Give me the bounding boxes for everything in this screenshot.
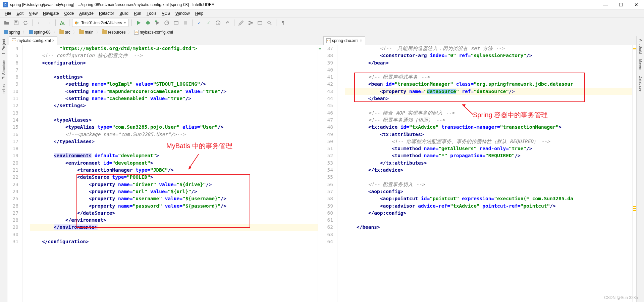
breadcrumb-spring[interactable]: spring xyxy=(3,29,21,36)
app-icon: IJ xyxy=(3,2,8,7)
chevron-right-icon: 〉 xyxy=(53,30,57,35)
error-stripe[interactable] xyxy=(632,45,636,302)
svg-rect-2 xyxy=(15,21,17,23)
folder-icon xyxy=(79,30,84,34)
open-icon[interactable] xyxy=(3,19,11,27)
editor-splitter: mybatis-config.xml × 4567891011121314151… xyxy=(7,36,637,302)
menu-edit[interactable]: Edit xyxy=(14,10,26,17)
menu-window[interactable]: Window xyxy=(173,10,193,17)
vcs-revert-icon[interactable]: ↶ xyxy=(223,19,231,27)
line-gutter[interactable]: 3738394041424344454647484950515253545556… xyxy=(322,45,337,302)
toolwindow-antbuild[interactable]: Ant Build xyxy=(638,36,643,56)
menubar: FileEditViewNavigateCodeAnalyzeRefactorB… xyxy=(0,9,644,17)
code-area-left[interactable]: 4567891011121314151617181920212223242526… xyxy=(7,45,322,302)
menu-build[interactable]: Build xyxy=(117,10,131,17)
toolwindow-orites[interactable]: orites xyxy=(1,82,6,96)
attach-icon[interactable] xyxy=(172,19,180,27)
structure-icon[interactable] xyxy=(247,19,255,27)
debug-icon[interactable] xyxy=(144,19,152,27)
menu-run[interactable]: Run xyxy=(131,10,144,17)
run-config-label: Test01.testGetAllUsers xyxy=(81,20,122,25)
vcs-update-icon[interactable]: ↙ xyxy=(195,19,203,27)
main-toolbar: ← → Test01.testGetAllUsers ▼ ↙ ✓ ↶ ¶ xyxy=(0,17,644,28)
window-title: spring [F:\studying\javastudy\spring] - … xyxy=(10,2,641,7)
tab-label: spring-dao.xml xyxy=(332,38,359,43)
toolwindow-database[interactable]: Database xyxy=(638,73,643,94)
run-config-selector[interactable]: Test01.testGetAllUsers ▼ xyxy=(72,19,129,27)
editor-left: mybatis-config.xml × 4567891011121314151… xyxy=(7,36,322,302)
chevron-right-icon: 〉 xyxy=(96,30,100,35)
menu-refactor[interactable]: Refactor xyxy=(96,10,117,17)
menu-tools[interactable]: Tools xyxy=(144,10,159,17)
forward-icon[interactable]: → xyxy=(45,19,53,27)
toolwindow-project[interactable]: 1: Project xyxy=(1,36,6,57)
svg-text:IJ: IJ xyxy=(4,3,6,7)
code-content[interactable]: "https://mybatis.org/dtd/mybatis-3-confi… xyxy=(28,45,318,302)
xml-icon xyxy=(12,38,16,43)
toolwindow-structure[interactable]: 7: Structure xyxy=(1,57,6,82)
sync-icon[interactable] xyxy=(21,19,30,27)
module-icon xyxy=(29,30,33,34)
paragraph-icon[interactable]: ¶ xyxy=(279,19,287,27)
menu-code[interactable]: Code xyxy=(61,10,76,17)
svg-rect-7 xyxy=(184,21,187,25)
minimize-button[interactable]: — xyxy=(598,0,613,9)
run-config-icon xyxy=(74,20,80,26)
editor-tabs-right: spring-dao.xml × xyxy=(322,36,636,45)
maximize-button[interactable]: ☐ xyxy=(613,0,629,9)
settings-icon[interactable] xyxy=(237,19,245,27)
code-content[interactable]: <!-- 只能用构造器注入，因为类没有 set 方法 --> <construc… xyxy=(343,45,632,302)
vcs-commit-icon[interactable]: ✓ xyxy=(205,19,213,27)
xml-icon xyxy=(134,30,139,35)
menu-view[interactable]: View xyxy=(26,10,40,17)
breadcrumb-mybatis-config.xml[interactable]: mybatis-config.xml xyxy=(133,29,174,36)
tab-mybatis-config[interactable]: mybatis-config.xml × xyxy=(9,36,57,45)
folder-icon xyxy=(59,30,64,34)
watermark: CSDN @Sun 3285 xyxy=(604,295,638,300)
titlebar: IJ spring [F:\studying\javastudy\spring]… xyxy=(0,0,644,9)
gutter-marks xyxy=(337,45,343,302)
build-icon[interactable] xyxy=(58,19,66,27)
close-icon[interactable]: × xyxy=(52,38,54,43)
svg-point-14 xyxy=(268,21,270,24)
vcs-history-icon[interactable] xyxy=(214,19,222,27)
error-stripe[interactable] xyxy=(318,45,322,302)
coverage-icon[interactable] xyxy=(153,19,161,27)
breadcrumb-src[interactable]: src xyxy=(58,29,72,36)
module-icon xyxy=(4,30,8,34)
close-icon[interactable]: × xyxy=(360,38,362,43)
tab-label: mybatis-config.xml xyxy=(17,38,51,43)
xml-icon xyxy=(326,38,331,43)
back-icon[interactable]: ← xyxy=(35,19,43,27)
sdk-icon[interactable] xyxy=(256,19,264,27)
code-area-right[interactable]: 3738394041424344454647484950515253545556… xyxy=(322,45,636,302)
gutter-marks xyxy=(23,45,28,302)
tab-spring-dao[interactable]: spring-dao.xml × xyxy=(323,36,365,45)
menu-analyze[interactable]: Analyze xyxy=(76,10,96,17)
run-icon[interactable] xyxy=(135,19,143,27)
breadcrumb-resources[interactable]: resources xyxy=(101,29,127,36)
toolwindow-maven[interactable]: Maven xyxy=(638,56,643,73)
right-toolwindow-strip: Ant BuildMavenDatabase xyxy=(637,36,644,302)
menu-file[interactable]: File xyxy=(2,10,14,17)
save-icon[interactable] xyxy=(12,19,20,27)
dropdown-icon: ▼ xyxy=(123,21,126,25)
svg-rect-4 xyxy=(155,20,157,22)
search-icon[interactable] xyxy=(265,19,273,27)
svg-point-3 xyxy=(146,21,150,25)
stop-icon[interactable] xyxy=(181,19,190,27)
menu-help[interactable]: Help xyxy=(193,10,206,17)
breadcrumb-spring-08[interactable]: spring-08 xyxy=(28,29,52,36)
chevron-right-icon: 〉 xyxy=(128,30,131,35)
menu-vcs[interactable]: VCS xyxy=(159,10,173,17)
menu-navigate[interactable]: Navigate xyxy=(40,10,61,17)
svg-rect-12 xyxy=(258,21,262,24)
navigation-bar: spring〉spring-08〉src〉main〉resources〉myba… xyxy=(0,28,644,36)
breadcrumb-main[interactable]: main xyxy=(78,29,95,36)
close-button[interactable]: ✕ xyxy=(629,0,644,9)
editor-tabs-left: mybatis-config.xml × xyxy=(7,36,322,45)
line-gutter[interactable]: 4567891011121314151617181920212223242526… xyxy=(7,45,23,302)
svg-rect-10 xyxy=(249,24,250,25)
svg-rect-6 xyxy=(174,21,178,24)
profile-icon[interactable] xyxy=(163,19,171,27)
